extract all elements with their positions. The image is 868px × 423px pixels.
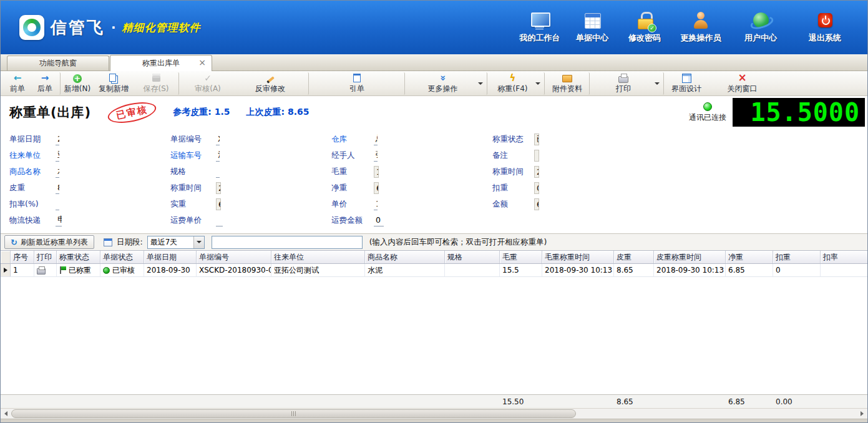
search-hint: (输入内容后回车即可检索；双击可打开相应称重单) bbox=[369, 237, 547, 248]
attachments-button[interactable]: 附件资料 bbox=[547, 72, 590, 95]
column-header[interactable]: 扣重 bbox=[773, 251, 821, 263]
prev-order-button[interactable]: 前单 bbox=[3, 72, 32, 95]
column-header[interactable]: 单据状态 bbox=[100, 251, 144, 263]
field-value[interactable] bbox=[534, 150, 539, 162]
nav-switch-operator[interactable]: 更换操作员 bbox=[679, 12, 723, 44]
close-window-button[interactable]: 关闭窗口 bbox=[706, 72, 778, 95]
cell-print[interactable] bbox=[34, 264, 57, 276]
column-header[interactable]: 往来单位 bbox=[271, 251, 365, 263]
field-value[interactable]: 6.85 bbox=[216, 198, 221, 210]
field-value[interactable]: 张亚 bbox=[374, 149, 378, 162]
nav-change-password[interactable]: 修改密码 bbox=[627, 12, 663, 44]
nav-user-center[interactable]: 用户中心 bbox=[739, 12, 783, 44]
search-input[interactable] bbox=[212, 236, 363, 249]
toolbar-button-label: 反审修改 bbox=[255, 84, 285, 94]
field-value[interactable]: 6.85 bbox=[374, 182, 379, 194]
column-header[interactable]: 称重状态 bbox=[57, 251, 100, 263]
copy-new-button[interactable]: 复制新增 bbox=[92, 72, 135, 95]
save-button[interactable]: 保存(S) bbox=[135, 72, 179, 95]
column-header[interactable]: 扣率 bbox=[821, 251, 867, 263]
unaudit-modify-button[interactable]: 反审修改 bbox=[234, 72, 309, 95]
field-value[interactable] bbox=[216, 214, 223, 226]
scroll-right-button[interactable] bbox=[857, 409, 867, 419]
field-value[interactable]: 68.5 bbox=[534, 198, 539, 210]
field-value[interactable]: 2018-09-30 bbox=[56, 133, 59, 145]
nav-label: 我的工作台 bbox=[520, 32, 560, 44]
actual-weight-field: 实重 6.85 bbox=[170, 196, 214, 212]
field-value[interactable]: 0 bbox=[374, 214, 384, 226]
column-header[interactable]: 皮重称重时间 bbox=[654, 251, 726, 263]
field-value[interactable]: 总仓库 bbox=[374, 133, 378, 145]
column-header[interactable]: 打印 bbox=[34, 251, 57, 263]
window-bottom-edge bbox=[1, 419, 867, 422]
field-value[interactable]: 已称重 bbox=[534, 134, 539, 145]
column-header[interactable]: 单据编号 bbox=[197, 251, 271, 263]
column-header[interactable] bbox=[1, 251, 11, 263]
field-label: 运费金额 bbox=[331, 215, 374, 226]
field-value[interactable]: 15.5 bbox=[374, 166, 379, 178]
field-value[interactable]: 亚拓公司测试 bbox=[56, 149, 59, 162]
column-header[interactable]: 皮重 bbox=[614, 251, 654, 263]
tab-bar: 功能导航窗 称重出库单 × bbox=[1, 54, 867, 71]
tab-function-nav[interactable]: 功能导航窗 bbox=[7, 56, 109, 70]
field-value[interactable]: 申通快递 bbox=[56, 214, 62, 226]
field-label: 称重时间 bbox=[170, 183, 216, 193]
dropdown-arrow-icon[interactable] bbox=[478, 82, 483, 85]
column-header[interactable]: 毛重称重时间 bbox=[542, 251, 614, 263]
field-value[interactable]: 2018-09-30 10:13:11 bbox=[216, 182, 221, 194]
scrollbar-thumb[interactable] bbox=[11, 409, 576, 418]
more-actions-button[interactable]: 更多操作 bbox=[407, 72, 487, 95]
field-value[interactable]: 水泥 bbox=[56, 165, 59, 178]
tab-weighing-outbound[interactable]: 称重出库单 × bbox=[110, 55, 212, 71]
weigh-status-field: 称重状态 已称重 bbox=[492, 131, 502, 147]
field-label: 皮重 bbox=[9, 183, 56, 193]
print-button[interactable]: 打印 bbox=[592, 72, 664, 95]
audit-button[interactable]: 审核(A) bbox=[182, 72, 234, 95]
horizontal-scrollbar[interactable] bbox=[1, 408, 867, 419]
field-value[interactable]: 2018-09-30 10:13:28 bbox=[534, 166, 539, 178]
field-value[interactable]: 0 bbox=[534, 182, 539, 194]
next-order-button[interactable]: 后单 bbox=[32, 72, 61, 95]
field-value[interactable] bbox=[56, 198, 59, 210]
current-row-arrow-icon bbox=[4, 268, 7, 273]
field-value[interactable]: XSCKD-20180930-0019 bbox=[216, 133, 220, 145]
attachment-folder-icon bbox=[562, 73, 572, 83]
new-button[interactable]: 新增(N) bbox=[63, 72, 92, 95]
toolbar-button-label: 前单 bbox=[10, 84, 25, 94]
deduct-rate-field: 扣率(%) bbox=[9, 196, 53, 212]
scroll-left-button[interactable] bbox=[1, 409, 11, 419]
dropdown-arrow-icon[interactable] bbox=[655, 82, 660, 85]
refresh-list-button[interactable]: 刷新最近称重单列表 bbox=[4, 235, 94, 249]
date-range-select[interactable]: 最近7天 bbox=[147, 236, 205, 249]
table-header-row: 序号打印称重状态单据状态单据日期单据编号往来单位商品名称规格毛重毛重称重时间皮重… bbox=[1, 251, 867, 264]
weigh-button[interactable]: 称重(F4) bbox=[490, 72, 545, 95]
nav-exit-system[interactable]: 退出系统 bbox=[799, 12, 851, 44]
column-header[interactable]: 净重 bbox=[726, 251, 773, 263]
nav-my-workstation[interactable]: 我的工作台 bbox=[522, 12, 558, 44]
field-value[interactable]: 8.65 bbox=[56, 182, 59, 194]
field-label: 运输车号 bbox=[170, 150, 216, 161]
column-header[interactable]: 商品名称 bbox=[365, 251, 445, 263]
logistics-field: 物流快递 申通快递 bbox=[9, 212, 62, 228]
dropdown-arrow-icon[interactable] bbox=[535, 82, 540, 85]
field-value[interactable] bbox=[216, 165, 220, 178]
field-label: 商品名称 bbox=[9, 167, 56, 177]
column-header[interactable]: 毛重 bbox=[500, 251, 542, 263]
field-value[interactable]: 沪A86008 bbox=[216, 149, 220, 162]
field-label: 净重 bbox=[331, 183, 374, 193]
pull-order-button[interactable]: 引单 bbox=[311, 72, 405, 95]
column-header[interactable]: 序号 bbox=[11, 251, 34, 263]
operator-person-icon bbox=[690, 12, 711, 31]
table-row[interactable]: 1 已称重 已审核 2018-09-30 XSCKD-20180930-0019… bbox=[1, 264, 867, 277]
column-header[interactable]: 规格 bbox=[445, 251, 500, 263]
nav-document-center[interactable]: 单据中心 bbox=[574, 12, 610, 44]
field-label: 扣率(%) bbox=[9, 199, 56, 210]
close-x-icon bbox=[738, 73, 748, 83]
tab-close-icon[interactable]: × bbox=[198, 58, 206, 67]
column-header[interactable]: 单据日期 bbox=[144, 251, 197, 263]
printer-icon[interactable] bbox=[37, 266, 46, 274]
select-arrow-icon[interactable] bbox=[193, 236, 204, 248]
field-value[interactable]: 10 bbox=[374, 198, 378, 210]
refresh-button-label: 刷新最近称重单列表 bbox=[21, 237, 88, 248]
ui-design-button[interactable]: 界面设计 bbox=[666, 72, 706, 95]
